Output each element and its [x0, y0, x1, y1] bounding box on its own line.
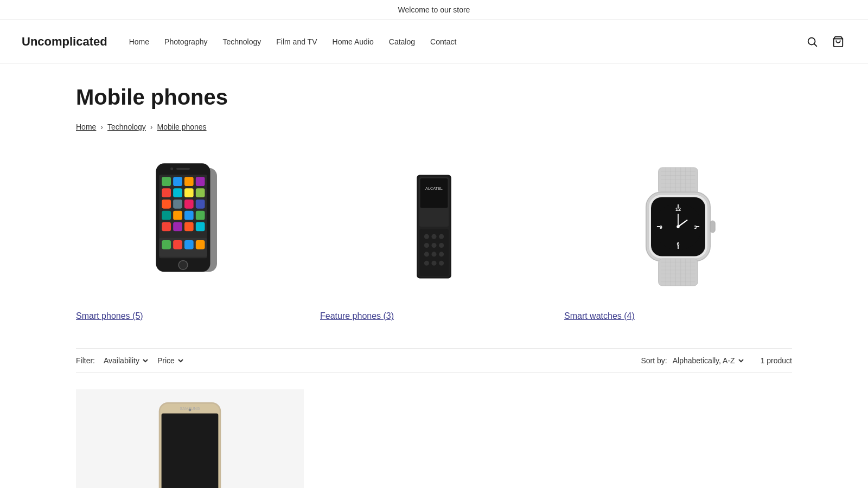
- svg-rect-29: [184, 240, 194, 249]
- svg-rect-21: [196, 211, 205, 220]
- svg-point-99: [189, 409, 192, 412]
- main-content: Mobile phones Home › Technology › Mobile…: [54, 63, 814, 488]
- product-card[interactable]: SAMSUNG: [76, 389, 304, 488]
- svg-rect-14: [162, 200, 171, 209]
- category-grid: Smart phones (5) ALCATEL: [76, 151, 792, 321]
- svg-rect-30: [196, 240, 205, 249]
- svg-text:6: 6: [676, 241, 679, 247]
- svg-point-49: [424, 261, 429, 266]
- nav-item-technology[interactable]: Technology: [222, 37, 261, 46]
- svg-point-41: [431, 234, 436, 239]
- category-label-smartphones[interactable]: Smart phones (5): [76, 311, 143, 321]
- product-grid: SAMSUNG: [76, 389, 792, 488]
- svg-point-43: [424, 243, 429, 248]
- svg-rect-27: [162, 240, 171, 249]
- svg-point-51: [439, 261, 444, 266]
- page-title: Mobile phones: [76, 85, 792, 110]
- category-card-smartwatches[interactable]: 12 3 6 9: [564, 151, 792, 321]
- svg-point-48: [439, 252, 444, 256]
- header-icons: [804, 34, 846, 50]
- product-image-wrap: SAMSUNG: [76, 389, 304, 488]
- nav-item-film-and-tv[interactable]: Film and TV: [276, 37, 317, 46]
- category-card-feature-phones[interactable]: ALCATEL Featu: [320, 151, 548, 321]
- svg-rect-23: [173, 222, 182, 232]
- cart-button[interactable]: [830, 34, 846, 50]
- header: Uncomplicated HomePhotographyTechnologyF…: [0, 20, 868, 63]
- svg-point-44: [431, 243, 436, 248]
- svg-point-42: [439, 234, 444, 239]
- svg-rect-19: [173, 211, 182, 220]
- breadcrumb-home[interactable]: Home: [76, 123, 96, 131]
- svg-rect-37: [420, 178, 448, 208]
- svg-rect-24: [184, 222, 194, 232]
- search-icon: [806, 36, 818, 48]
- price-filter[interactable]: Price: [157, 356, 184, 365]
- svg-point-79: [676, 225, 679, 228]
- svg-point-46: [424, 252, 429, 256]
- svg-point-33: [170, 168, 173, 170]
- svg-rect-6: [162, 177, 171, 186]
- sort-label: Sort by:: [641, 356, 667, 365]
- price-label: Price: [157, 356, 175, 365]
- svg-rect-15: [173, 200, 182, 209]
- sort-value: Alphabetically, A-Z: [673, 356, 735, 365]
- svg-rect-18: [162, 211, 171, 220]
- nav-item-home-audio[interactable]: Home Audio: [333, 37, 374, 46]
- smartphone-image: [141, 159, 239, 294]
- category-image-smartphones: [76, 151, 304, 303]
- chevron-down-icon: [142, 357, 149, 364]
- category-label-feature-phones[interactable]: Feature phones (3): [320, 311, 394, 321]
- svg-rect-22: [162, 222, 171, 232]
- feature-phone-image: ALCATEL: [407, 172, 461, 281]
- svg-rect-13: [196, 188, 205, 197]
- svg-rect-9: [196, 177, 205, 186]
- announcement-bar: Welcome to our store: [0, 0, 868, 20]
- nav-item-catalog[interactable]: Catalog: [389, 37, 415, 46]
- svg-point-50: [431, 261, 436, 266]
- svg-text:9: 9: [660, 224, 662, 230]
- chevron-down-icon-price: [177, 357, 184, 364]
- sort-select[interactable]: Alphabetically, A-Z: [673, 356, 744, 365]
- category-card-smartphones[interactable]: Smart phones (5): [76, 151, 304, 321]
- breadcrumb-mobile-phones[interactable]: Mobile phones: [157, 123, 207, 131]
- availability-label: Availability: [104, 356, 139, 365]
- nav-item-home[interactable]: Home: [129, 37, 149, 46]
- svg-text:12: 12: [675, 207, 681, 212]
- svg-rect-17: [196, 200, 205, 209]
- site-logo[interactable]: Uncomplicated: [22, 35, 107, 49]
- breadcrumb-technology[interactable]: Technology: [107, 123, 146, 131]
- svg-text:3: 3: [694, 224, 697, 230]
- svg-rect-7: [173, 177, 182, 186]
- category-label-smartwatches[interactable]: Smart watches (4): [564, 311, 635, 321]
- svg-rect-8: [184, 177, 194, 186]
- filter-label: Filter:: [76, 356, 95, 365]
- svg-text:ALCATEL: ALCATEL: [425, 186, 443, 191]
- svg-point-47: [431, 252, 436, 256]
- sort-section: Sort by: Alphabetically, A-Z 1 product: [641, 356, 792, 365]
- svg-point-40: [424, 234, 429, 239]
- search-button[interactable]: [804, 34, 820, 50]
- breadcrumb-separator-2: ›: [150, 123, 153, 131]
- availability-filter[interactable]: Availability: [104, 356, 149, 365]
- svg-rect-20: [184, 211, 194, 220]
- chevron-down-icon-sort: [738, 357, 744, 364]
- breadcrumb-separator-1: ›: [100, 123, 103, 131]
- svg-rect-32: [176, 168, 190, 170]
- svg-rect-11: [173, 188, 182, 197]
- nav-item-contact[interactable]: Contact: [430, 37, 456, 46]
- nav-item-photography[interactable]: Photography: [164, 37, 207, 46]
- svg-point-31: [178, 261, 188, 270]
- category-image-feature-phones: ALCATEL: [320, 151, 548, 303]
- announcement-text: Welcome to our store: [398, 5, 470, 14]
- svg-rect-10: [162, 188, 171, 197]
- filter-bar: Filter: Availability Price Sort by: Alph…: [76, 348, 792, 373]
- main-nav: HomePhotographyTechnologyFilm and TVHome…: [129, 37, 804, 46]
- smartwatch-image: 12 3 6 9: [624, 167, 732, 286]
- svg-rect-25: [196, 222, 205, 232]
- svg-rect-96: [162, 414, 219, 488]
- breadcrumb: Home › Technology › Mobile phones: [76, 123, 792, 131]
- svg-rect-12: [184, 188, 194, 197]
- svg-point-45: [439, 243, 444, 248]
- svg-rect-28: [173, 240, 182, 249]
- samsung-galaxy-image: SAMSUNG: [146, 400, 233, 488]
